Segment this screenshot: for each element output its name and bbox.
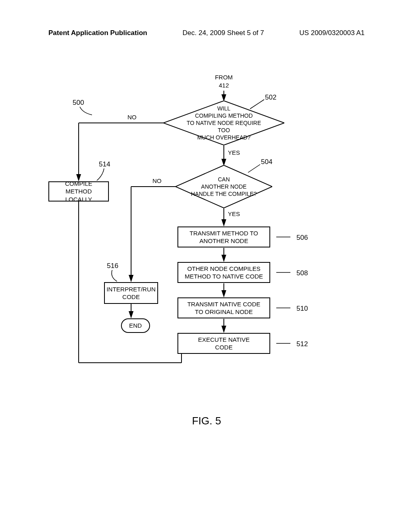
decision-504-text: CAN ANOTHER NODE HANDLE THE COMPILE?	[191, 176, 257, 198]
ref-506: 506	[296, 234, 308, 242]
yes-label-502: YES	[228, 149, 240, 156]
ref-510: 510	[296, 305, 308, 313]
box-transmit-native: TRANSMIT NATIVE CODE TO ORIGINAL NODE	[177, 297, 270, 318]
header-patent-number: US 2009/0320003 A1	[299, 29, 365, 37]
header-publication: Patent Application Publication	[48, 29, 147, 37]
ref-504: 504	[261, 158, 272, 166]
box-compile-locally: COMPILE METHOD LOCALLY	[48, 181, 109, 202]
end-terminator: END	[121, 318, 150, 333]
decision-502: WILL COMPILING METHOD TO NATIVE NODE REQ…	[163, 101, 284, 145]
ref-502: 502	[265, 94, 276, 102]
yes-label-504: YES	[228, 210, 240, 217]
box-interpret-run: INTERPRET/RUN CODE	[104, 282, 158, 304]
ref-508: 508	[296, 269, 308, 277]
end-text: END	[121, 318, 150, 333]
no-label-502: NO	[127, 114, 137, 121]
ref-500: 500	[73, 99, 84, 107]
box-transmit-method: TRANSMIT METHOD TO ANOTHER NODE	[177, 227, 270, 247]
ref-516: 516	[107, 262, 118, 270]
header-date-sheet: Dec. 24, 2009 Sheet 5 of 7	[183, 29, 264, 37]
figure-label: FIG. 5	[192, 415, 221, 427]
decision-504: CAN ANOTHER NODE HANDLE THE COMPILE?	[175, 165, 272, 208]
ref-514: 514	[99, 160, 110, 168]
box-execute-native: EXECUTE NATIVE CODE	[177, 333, 270, 354]
ref-512: 512	[296, 340, 308, 348]
flowchart-container: FROM 412 500 502 504 514 516 506 508 510…	[0, 69, 413, 431]
decision-502-text: WILL COMPILING METHOD TO NATIVE NODE REQ…	[184, 105, 264, 141]
from-label: FROM 412	[210, 73, 238, 89]
no-label-504: NO	[152, 177, 162, 184]
box-other-node-compiles: OTHER NODE COMPILES METHOD TO NATIVE COD…	[177, 262, 270, 283]
